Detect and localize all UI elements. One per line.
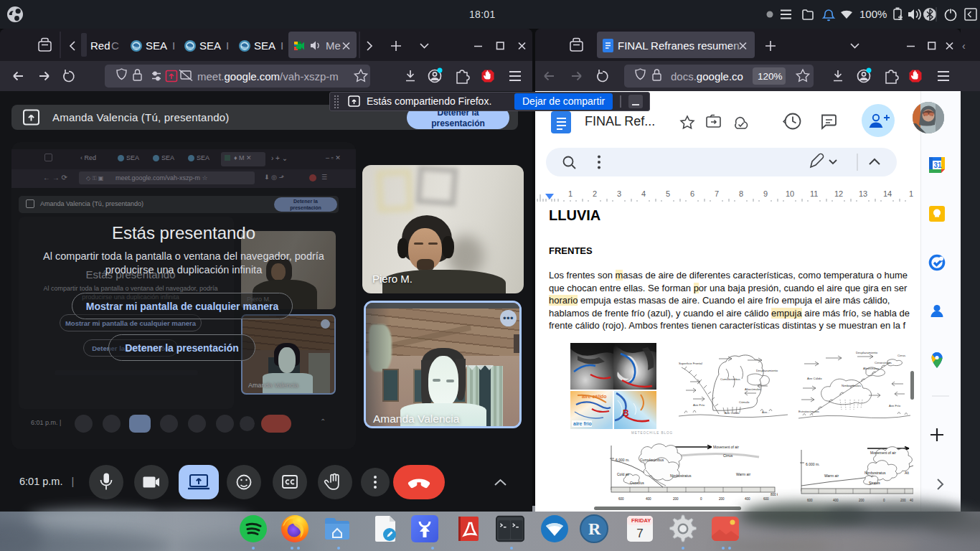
svg-text:Nimboestratos: Nimboestratos	[842, 384, 861, 387]
svg-text:2: 2	[593, 189, 597, 198]
svg-text:FINAL Refranes resumen: FINAL Refranes resumen	[618, 39, 740, 52]
svg-text:100%: 100%	[859, 8, 887, 20]
svg-text:12: 12	[834, 189, 843, 198]
svg-text:SEA: SEA	[254, 39, 275, 52]
svg-text:10: 10	[786, 189, 794, 198]
svg-text:I: I	[226, 39, 229, 52]
svg-text:1: 1	[568, 189, 573, 198]
svg-text:FINAL Ref...: FINAL Ref...	[585, 114, 655, 128]
svg-text:3: 3	[617, 189, 621, 198]
svg-text:8: 8	[739, 189, 743, 198]
svg-text:Dejar de compartir: Dejar de compartir	[522, 95, 605, 107]
svg-text:Desplazamiento: Desplazamiento	[856, 351, 878, 354]
svg-text:Aire Frío: Aire Frío	[693, 403, 705, 407]
svg-text:600: 600	[763, 497, 769, 501]
svg-text:Altocúmulos: Altocúmulos	[745, 387, 761, 391]
svg-text:9: 9	[763, 189, 768, 198]
svg-text:C: C	[111, 39, 119, 52]
svg-text:Cold air: Cold air	[617, 472, 630, 476]
svg-text:6.000 m.: 6.000 m.	[806, 462, 819, 466]
svg-text:31: 31	[934, 161, 943, 169]
svg-text:11: 11	[810, 189, 818, 198]
svg-text:Aire...: Aire...	[762, 410, 770, 414]
svg-text:docs.google.co: docs.google.co	[671, 70, 743, 83]
svg-text:Superficie Frontal: Superficie Frontal	[679, 362, 702, 365]
svg-text:600: 600	[618, 497, 624, 501]
svg-text:Cirrus: Cirrus	[723, 453, 733, 458]
svg-text:400: 400	[646, 497, 651, 501]
svg-text:14: 14	[883, 189, 892, 198]
svg-text:meet.google.com/vah-xszp-m: meet.google.com/vah-xszp-m	[197, 70, 339, 83]
svg-text:Alt: Alt	[905, 471, 909, 475]
svg-text:13: 13	[859, 189, 867, 198]
svg-text:800 km.: 800 km.	[771, 493, 778, 496]
svg-text:120%: 120%	[758, 71, 783, 82]
svg-text:Red: Red	[90, 39, 110, 52]
svg-text:Nimbostratus: Nimbostratus	[670, 474, 692, 478]
svg-text:Estás compartiendo Firefox.: Estás compartiendo Firefox.	[367, 95, 491, 107]
svg-text:0: 0	[700, 497, 702, 501]
svg-text:B: B	[623, 408, 629, 418]
svg-text:Altoestratos: Altoestratos	[863, 367, 879, 370]
svg-text:FRIDAY: FRIDAY	[631, 517, 651, 524]
svg-text:4: 4	[641, 189, 646, 198]
svg-text:Nimbostratus: Nimbostratus	[864, 471, 886, 475]
svg-text:Cúmulo: Cúmulo	[739, 400, 750, 404]
svg-text:I: I	[281, 39, 283, 52]
svg-text:Movement of air: Movement of air	[713, 445, 739, 449]
svg-text:Aire Cálido: Aire Cálido	[807, 377, 822, 380]
svg-text:1: 1	[909, 189, 913, 198]
svg-text:Cumulus: Cumulus	[630, 481, 644, 485]
svg-text:200: 200	[719, 497, 725, 501]
svg-text:Stratus: Stratus	[869, 481, 880, 485]
svg-text:Warm air: Warm air	[824, 474, 839, 478]
svg-text:SEA: SEA	[146, 39, 167, 52]
svg-text:200: 200	[673, 497, 679, 501]
svg-text:R: R	[588, 519, 601, 538]
svg-text:Aire Cálido: Aire Cálido	[725, 411, 740, 415]
svg-text:6: 6	[690, 189, 694, 198]
svg-text:7: 7	[715, 189, 719, 198]
svg-text:400: 400	[745, 497, 750, 501]
svg-text:400: 400	[833, 499, 839, 502]
svg-text:Desplazamiento: Desplazamiento	[756, 369, 778, 372]
svg-text:Movement of air: Movement of air	[870, 451, 896, 455]
svg-text:Estratocúmulos: Estratocúmulos	[798, 410, 819, 413]
svg-text:I: I	[172, 39, 175, 52]
svg-text:Warm air: Warm air	[736, 472, 750, 476]
svg-text:Cirroestratos: Cirroestratos	[875, 361, 892, 364]
svg-text:Me: Me	[326, 39, 341, 52]
svg-text:Aire Frío: Aire Frío	[889, 404, 901, 408]
svg-text:Cirrus: Cirrus	[897, 354, 905, 357]
svg-text:SEA: SEA	[199, 39, 221, 52]
svg-text:Cumulonimbus: Cumulonimbus	[640, 458, 664, 462]
svg-text:7: 7	[636, 527, 643, 540]
svg-text:6.000 m.: 6.000 m.	[616, 458, 629, 462]
svg-text:Cumulonimbus: Cumulonimbus	[720, 377, 740, 381]
svg-text:aire frío: aire frío	[573, 421, 592, 426]
svg-text:5: 5	[666, 189, 670, 198]
